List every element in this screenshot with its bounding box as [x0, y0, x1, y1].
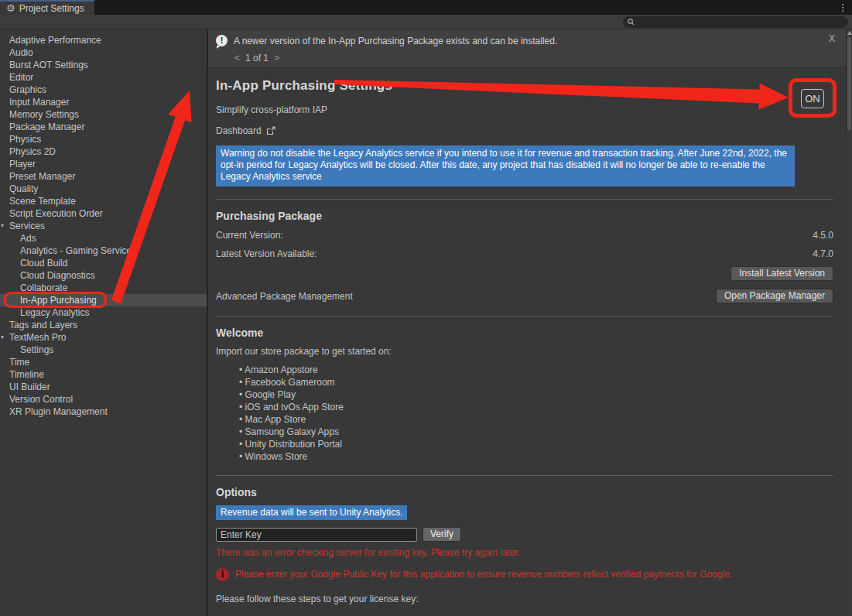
notification-pager: < 1 of 1 > [234, 53, 838, 63]
verify-button[interactable]: Verify [423, 527, 461, 542]
store-item: Samsung Galaxy Apps [239, 426, 833, 438]
main-panel: ! A newer version of the In-App Purchasi… [208, 29, 846, 616]
toolbar [0, 15, 852, 29]
sidebar-item-xr-plugin-management[interactable]: XR Plugin Management [0, 406, 207, 418]
latest-version-label: Latest Version Available: [216, 248, 317, 259]
sidebar-item-collaborate[interactable]: Collaborate [0, 282, 207, 294]
sidebar-item-physics[interactable]: Physics [0, 133, 207, 145]
close-icon[interactable]: X [829, 33, 835, 44]
options-heading: Options [216, 486, 833, 498]
sidebar-item-cloud-diagnostics[interactable]: Cloud Diagnostics [0, 269, 207, 282]
sidebar-item-legacy-analytics[interactable]: Legacy Analytics [0, 306, 207, 319]
sidebar-item-label: Services [9, 221, 45, 231]
sidebar-item-script-execution-order[interactable]: Script Execution Order [0, 207, 207, 220]
store-item: Amazon Appstore [239, 364, 833, 376]
sidebar-item-textmesh-pro[interactable]: ▾ TextMesh Pro [0, 331, 207, 344]
sidebar-item-adaptive-performance[interactable]: Adaptive Performance [0, 34, 207, 46]
pager-prev-icon[interactable]: < [234, 53, 240, 63]
project-settings-window: ⚙ Project Settings ⋮ Adaptive Performanc… [0, 0, 852, 616]
vertical-scrollbar[interactable] [846, 29, 852, 616]
sidebar-item-services[interactable]: ▾ Services [0, 220, 207, 232]
store-item: Facebook Gameroom [239, 376, 833, 388]
sidebar-item-preset-manager[interactable]: Preset Manager [0, 170, 207, 183]
open-package-manager-button[interactable]: Open Package Manager [716, 289, 833, 303]
key-error-message: There was an error checking server for e… [216, 547, 833, 558]
external-link-icon [266, 126, 275, 135]
sidebar-item-in-app-purchasing[interactable]: In-App Purchasing [0, 294, 207, 306]
sidebar-item-timeline[interactable]: Timeline [0, 368, 207, 381]
license-steps-intro: Please follow these steps to get your li… [216, 594, 833, 604]
current-version-label: Current Version: [216, 230, 283, 241]
sidebar-item-player[interactable]: Player [0, 158, 207, 170]
sidebar-item-graphics[interactable]: Graphics [0, 84, 207, 96]
update-notification-bar: ! A newer version of the In-App Purchasi… [208, 29, 846, 68]
sidebar-item-package-manager[interactable]: Package Manager [0, 121, 207, 133]
latest-version-value: 4.7.0 [813, 248, 833, 259]
scrollbar-thumb[interactable] [847, 37, 851, 130]
store-item: Windows Store [239, 450, 833, 463]
store-item: Mac App Store [239, 413, 833, 426]
sidebar-item-ads[interactable]: Ads [0, 232, 207, 245]
tab-project-settings[interactable]: ⚙ Project Settings [0, 0, 94, 15]
sidebar-item-editor[interactable]: Editor [0, 71, 207, 84]
settings-sidebar: Adaptive Performance Audio Burst AOT Set… [0, 29, 207, 616]
install-latest-version-button[interactable]: Install Latest Version [731, 266, 833, 281]
sidebar-item-version-control[interactable]: Version Control [0, 393, 207, 406]
simplify-iap-label: Simplify cross-platform IAP [216, 104, 833, 115]
sidebar-item-audio[interactable]: Audio [0, 46, 207, 59]
section-divider [216, 475, 833, 476]
title-bar: ⚙ Project Settings ⋮ [0, 0, 852, 15]
info-icon: i [216, 568, 229, 581]
welcome-intro: Import our store package to get started … [216, 346, 833, 357]
revenue-note-highlight: Revenue data will be sent to Unity Analy… [216, 505, 407, 520]
kebab-menu-icon[interactable]: ⋮ [837, 1, 849, 14]
sidebar-item-tags-and-layers[interactable]: Tags and Layers [0, 319, 207, 331]
notification-message: A newer version of the In-App Purchasing… [234, 36, 557, 46]
google-key-warning-text: Please enter your Google Public Key for … [235, 569, 732, 580]
sidebar-item-cloud-build[interactable]: Cloud Build [0, 257, 207, 269]
sidebar-item-textmesh-settings[interactable]: Settings [0, 344, 207, 356]
gear-icon: ⚙ [6, 3, 15, 13]
store-item: Unity Distribution Portal [239, 438, 833, 450]
legacy-analytics-warning: Warning do not disable the Legacy Analyt… [216, 145, 795, 187]
google-key-warning-row: i Please enter your Google Public Key fo… [216, 568, 833, 581]
sidebar-item-memory-settings[interactable]: Memory Settings [0, 108, 207, 121]
search-icon [628, 19, 635, 26]
expander-triangle-icon[interactable]: ▾ [1, 331, 9, 344]
sidebar-item-analytics-gaming-services[interactable]: Analytics - Gaming Services [0, 245, 207, 257]
sidebar-item-input-manager[interactable]: Input Manager [0, 96, 207, 108]
welcome-heading: Welcome [216, 327, 833, 339]
sidebar-item-scene-template[interactable]: Scene Template [0, 195, 207, 207]
sidebar-item-time[interactable]: Time [0, 356, 207, 368]
section-divider [216, 316, 833, 317]
pager-label: 1 of 1 [245, 53, 269, 63]
page-title: In-App Purchasing Settings [216, 78, 833, 94]
sidebar-item-quality[interactable]: Quality [0, 183, 207, 195]
dashboard-link[interactable]: Dashboard [216, 125, 833, 136]
search-box[interactable] [623, 16, 848, 28]
store-list: Amazon Appstore Facebook Gameroom Google… [239, 364, 833, 463]
iap-on-toggle-button[interactable]: ON [801, 89, 824, 108]
dashboard-label: Dashboard [216, 125, 262, 136]
store-item: iOS and tvOs App Store [239, 401, 833, 413]
current-version-value: 4.5.0 [813, 230, 833, 241]
store-item: Google Play [239, 388, 833, 401]
sidebar-item-label: TextMesh Pro [9, 332, 66, 343]
scroll-up-arrow-icon[interactable] [847, 31, 852, 35]
pager-next-icon[interactable]: > [274, 53, 279, 63]
notification-bubble-icon: ! [216, 35, 228, 46]
expander-triangle-icon[interactable]: ▾ [1, 220, 9, 232]
advanced-package-management-label: Advanced Package Management [216, 291, 353, 302]
google-key-input[interactable] [216, 528, 417, 542]
sidebar-item-physics-2d[interactable]: Physics 2D [0, 145, 207, 158]
tab-title: Project Settings [19, 3, 84, 14]
sidebar-item-ui-builder[interactable]: UI Builder [0, 381, 207, 393]
section-divider [216, 199, 833, 200]
sidebar-item-burst-aot-settings[interactable]: Burst AOT Settings [0, 59, 207, 71]
settings-content: In-App Purchasing Settings Simplify cros… [208, 78, 846, 616]
search-input[interactable] [638, 17, 843, 27]
purchasing-package-heading: Purchasing Package [216, 210, 833, 222]
